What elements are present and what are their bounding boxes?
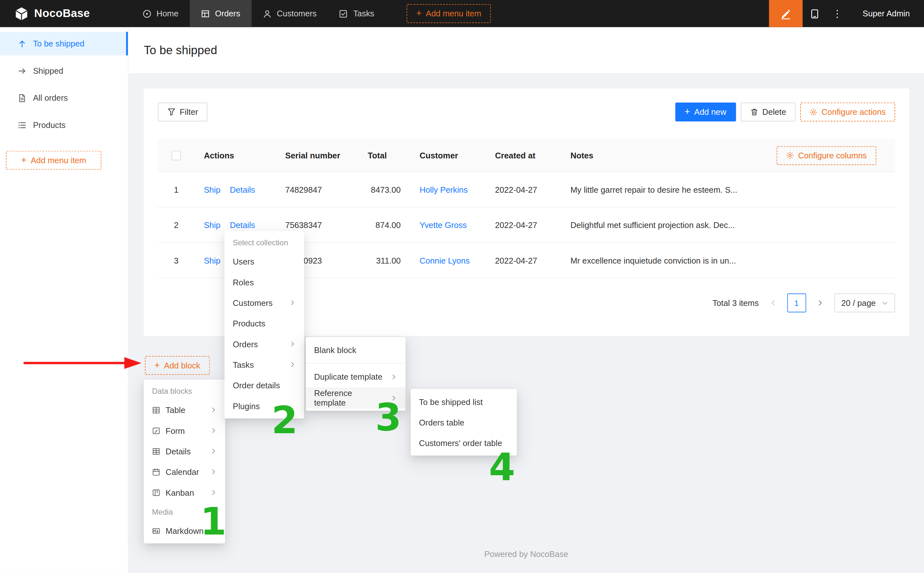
chevron-right-icon bbox=[289, 362, 295, 368]
menu-item-orders[interactable]: Orders bbox=[224, 333, 304, 354]
nav-item-orders[interactable]: Orders bbox=[190, 0, 252, 27]
sidebar-item-label: Products bbox=[33, 120, 66, 130]
menu-item-to-be-shipped-list[interactable]: To be shipped list bbox=[411, 391, 517, 412]
menu-item-calendar[interactable]: Calendar bbox=[144, 462, 225, 482]
column-header-total: Total bbox=[358, 151, 410, 160]
nav-item-label: Orders bbox=[215, 9, 241, 18]
user-menu[interactable]: Super Admin bbox=[847, 9, 924, 18]
menu-item-table[interactable]: Table bbox=[144, 399, 225, 420]
select-all-checkbox[interactable] bbox=[172, 151, 181, 160]
chevron-right-icon bbox=[210, 448, 217, 454]
add-block-button[interactable]: + Add block bbox=[145, 356, 210, 375]
menu-divider bbox=[306, 363, 406, 363]
delete-button[interactable]: Delete bbox=[741, 103, 796, 122]
powered-by-footer: Powered by NocoBase bbox=[128, 549, 924, 559]
chevron-right-icon bbox=[289, 299, 295, 306]
serial-number-cell: 74829847 bbox=[276, 185, 358, 194]
red-arrow-annotation bbox=[20, 354, 145, 373]
customer-link[interactable]: Connie Lyons bbox=[420, 255, 470, 265]
configure-columns-button[interactable]: Configure columns bbox=[777, 146, 876, 165]
menu-item-roles[interactable]: Roles bbox=[224, 272, 304, 292]
notes-cell: My little garret repair to desire he est… bbox=[561, 185, 895, 194]
nocobase-logo[interactable]: NocoBase bbox=[0, 0, 100, 27]
total-cell: 874.00 bbox=[358, 220, 410, 229]
menu-item-label: Orders table bbox=[419, 418, 464, 427]
menu-item-label: Duplicate template bbox=[314, 372, 383, 381]
ui-editor-pen-icon bbox=[780, 8, 791, 19]
chevron-down-icon bbox=[882, 300, 888, 306]
filter-label: Filter bbox=[180, 107, 198, 117]
menu-item-tasks[interactable]: Tasks bbox=[224, 354, 304, 375]
page-size-value: 20 / page bbox=[841, 298, 876, 307]
details-link[interactable]: Details bbox=[230, 220, 255, 229]
menu-group-title: Select collection bbox=[224, 233, 304, 251]
menu-item-products[interactable]: Products bbox=[224, 313, 304, 333]
ship-link[interactable]: Ship bbox=[204, 220, 220, 229]
menu-item-duplicate-template[interactable]: Duplicate template bbox=[306, 366, 406, 387]
filter-button[interactable]: Filter bbox=[158, 103, 208, 122]
column-header-created-at: Created at bbox=[486, 151, 561, 160]
menu-item-users[interactable]: Users bbox=[224, 251, 304, 272]
menu-item-details[interactable]: Details bbox=[144, 441, 225, 462]
markdown-icon bbox=[152, 526, 160, 535]
configure-actions-button[interactable]: Configure actions bbox=[800, 103, 895, 122]
add-new-label: Add new bbox=[694, 107, 726, 117]
nav-item-home[interactable]: Home bbox=[131, 0, 190, 27]
details-grid-icon bbox=[152, 447, 160, 455]
add-block-label: Add block bbox=[164, 361, 200, 370]
ship-link[interactable]: Ship bbox=[204, 185, 220, 194]
table-row: 1 Ship Details 74829847 8473.00 Holly Pe… bbox=[158, 172, 895, 207]
plus-icon: + bbox=[416, 9, 422, 18]
chevron-right-icon bbox=[210, 427, 217, 434]
nav-item-customers[interactable]: Customers bbox=[251, 0, 328, 27]
sidebar-add-menu-item-button[interactable]: + Add menu item bbox=[6, 151, 101, 170]
menu-item-form[interactable]: Form bbox=[144, 420, 225, 441]
details-link[interactable]: Details bbox=[230, 185, 255, 194]
menu-item-label: Orders bbox=[233, 339, 258, 349]
page-title: To be shipped bbox=[144, 43, 217, 57]
step-1-annotation: 1 bbox=[200, 500, 226, 543]
ship-link[interactable]: Ship bbox=[204, 255, 220, 265]
menu-item-label: Calendar bbox=[166, 467, 199, 476]
plus-icon: + bbox=[155, 361, 160, 370]
menu-item-orders-table[interactable]: Orders table bbox=[411, 412, 517, 432]
sidebar-item-to-be-shipped[interactable]: To be shipped bbox=[0, 32, 128, 55]
table-toolbar: Filter + Add new Delete Configure action… bbox=[158, 103, 895, 122]
gear-icon bbox=[810, 108, 817, 116]
page-size-select[interactable]: 20 / page bbox=[834, 293, 895, 312]
more-kebab-icon: ⋮ bbox=[832, 7, 842, 20]
menu-item-blank-block[interactable]: Blank block bbox=[306, 340, 406, 361]
add-menu-item-label: Add menu item bbox=[426, 9, 481, 18]
sidebar-item-shipped[interactable]: Shipped bbox=[0, 59, 128, 83]
menu-item-order-details[interactable]: Order details bbox=[224, 375, 304, 395]
customer-link[interactable]: Holly Perkins bbox=[420, 185, 468, 194]
chevron-right-icon bbox=[391, 373, 397, 380]
pagination-page-1[interactable]: 1 bbox=[787, 293, 806, 312]
step-2-annotation: 2 bbox=[272, 398, 298, 442]
mobile-preview-button[interactable] bbox=[802, 0, 827, 27]
ui-editor-button[interactable] bbox=[769, 0, 802, 27]
pagination-prev-button[interactable] bbox=[763, 293, 782, 312]
sidebar-item-products[interactable]: Products bbox=[0, 113, 128, 137]
gear-icon bbox=[786, 151, 794, 159]
menu-item-label: Users bbox=[233, 257, 254, 266]
more-menu-button[interactable]: ⋮ bbox=[827, 0, 847, 27]
menu-item-label: Customers bbox=[233, 298, 272, 307]
sidebar-item-label: To be shipped bbox=[33, 39, 84, 48]
menu-group-title: Data blocks bbox=[144, 382, 225, 399]
navbar-add-menu-item-button[interactable]: + Add menu item bbox=[407, 4, 491, 23]
total-cell: 8473.00 bbox=[358, 185, 410, 194]
filter-icon bbox=[167, 108, 176, 116]
customer-link[interactable]: Yvette Gross bbox=[420, 220, 467, 229]
add-menu-item-label: Add menu item bbox=[31, 155, 86, 165]
sidebar-item-all-orders[interactable]: All orders bbox=[0, 86, 128, 110]
menu-item-customers[interactable]: Customers bbox=[224, 293, 304, 313]
nav-item-tasks[interactable]: Tasks bbox=[328, 0, 386, 27]
pagination-next-button[interactable] bbox=[810, 293, 829, 312]
column-header-actions: Actions bbox=[195, 151, 276, 160]
add-new-button[interactable]: + Add new bbox=[675, 103, 736, 122]
created-at-cell: 2022-04-27 bbox=[486, 255, 561, 265]
plus-icon: + bbox=[685, 107, 690, 117]
nocobase-app: NocoBase Home Orders Customers Tasks + bbox=[0, 0, 924, 573]
chevron-right-icon bbox=[816, 299, 824, 307]
